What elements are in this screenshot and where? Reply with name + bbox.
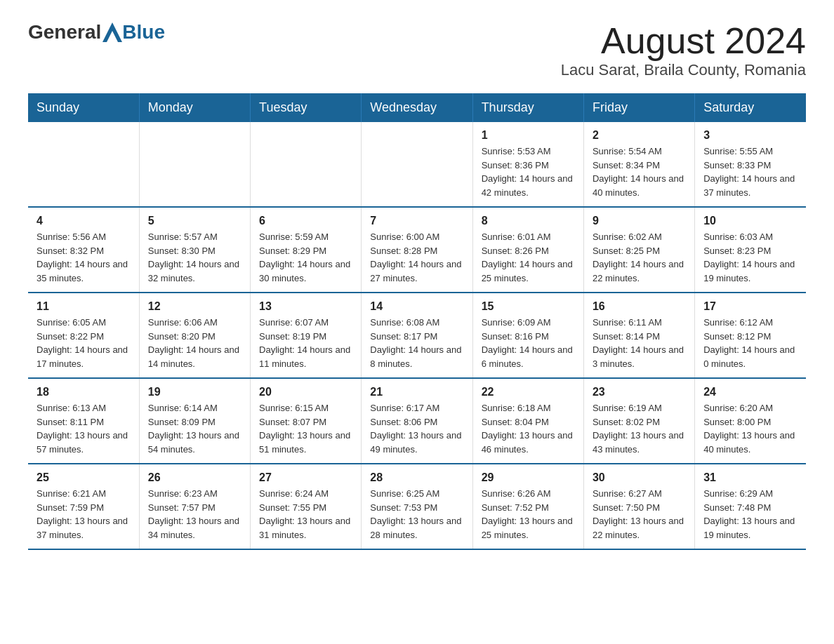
header-monday: Monday xyxy=(139,93,250,122)
calendar-cell: 9Sunrise: 6:02 AMSunset: 8:25 PMDaylight… xyxy=(583,207,694,293)
calendar-cell: 23Sunrise: 6:19 AMSunset: 8:02 PMDayligh… xyxy=(583,378,694,464)
day-info: Sunrise: 5:57 AMSunset: 8:30 PMDaylight:… xyxy=(148,230,241,285)
calendar-cell: 5Sunrise: 5:57 AMSunset: 8:30 PMDaylight… xyxy=(139,207,250,293)
day-info: Sunrise: 6:08 AMSunset: 8:17 PMDaylight:… xyxy=(370,316,463,370)
logo-general: General xyxy=(28,21,101,43)
calendar-cell: 31Sunrise: 6:29 AMSunset: 7:48 PMDayligh… xyxy=(695,464,806,549)
day-info: Sunrise: 6:02 AMSunset: 8:25 PMDaylight:… xyxy=(593,230,686,285)
calendar-cell: 26Sunrise: 6:23 AMSunset: 7:57 PMDayligh… xyxy=(139,464,250,549)
week-row-2: 4Sunrise: 5:56 AMSunset: 8:32 PMDaylight… xyxy=(28,207,806,293)
day-info: Sunrise: 6:03 AMSunset: 8:23 PMDaylight:… xyxy=(703,230,797,285)
header-thursday: Thursday xyxy=(472,93,583,122)
calendar-cell: 30Sunrise: 6:27 AMSunset: 7:50 PMDayligh… xyxy=(583,464,694,549)
day-number: 15 xyxy=(482,300,575,313)
day-number: 12 xyxy=(148,300,241,313)
day-number: 11 xyxy=(37,300,131,313)
day-info: Sunrise: 6:25 AMSunset: 7:53 PMDaylight:… xyxy=(370,487,463,542)
header-wednesday: Wednesday xyxy=(362,93,472,122)
calendar-cell: 14Sunrise: 6:08 AMSunset: 8:17 PMDayligh… xyxy=(362,293,472,378)
day-number: 22 xyxy=(482,386,575,398)
day-info: Sunrise: 5:53 AMSunset: 8:36 PMDaylight:… xyxy=(482,145,575,199)
day-info: Sunrise: 5:56 AMSunset: 8:32 PMDaylight:… xyxy=(37,230,131,285)
calendar-cell: 11Sunrise: 6:05 AMSunset: 8:22 PMDayligh… xyxy=(28,293,139,378)
header-tuesday: Tuesday xyxy=(251,93,362,122)
day-info: Sunrise: 6:24 AMSunset: 7:55 PMDaylight:… xyxy=(259,487,352,542)
calendar-cell xyxy=(139,122,250,207)
day-number: 18 xyxy=(37,386,131,398)
day-info: Sunrise: 5:59 AMSunset: 8:29 PMDaylight:… xyxy=(259,230,352,285)
calendar-cell: 25Sunrise: 6:21 AMSunset: 7:59 PMDayligh… xyxy=(28,464,139,549)
day-number: 13 xyxy=(259,300,352,313)
day-number: 17 xyxy=(703,300,797,313)
day-number: 21 xyxy=(370,386,463,398)
day-info: Sunrise: 6:00 AMSunset: 8:28 PMDaylight:… xyxy=(370,230,463,285)
calendar-cell: 10Sunrise: 6:03 AMSunset: 8:23 PMDayligh… xyxy=(695,207,806,293)
calendar-cell: 28Sunrise: 6:25 AMSunset: 7:53 PMDayligh… xyxy=(362,464,472,549)
calendar-title: August 2024 xyxy=(561,21,806,61)
day-info: Sunrise: 6:06 AMSunset: 8:20 PMDaylight:… xyxy=(148,316,241,370)
day-number: 28 xyxy=(370,471,463,484)
day-info: Sunrise: 6:01 AMSunset: 8:26 PMDaylight:… xyxy=(482,230,575,285)
day-number: 3 xyxy=(703,129,797,142)
day-number: 2 xyxy=(593,129,686,142)
day-info: Sunrise: 6:27 AMSunset: 7:50 PMDaylight:… xyxy=(593,487,686,542)
calendar-cell: 7Sunrise: 6:00 AMSunset: 8:28 PMDaylight… xyxy=(362,207,472,293)
day-info: Sunrise: 5:55 AMSunset: 8:33 PMDaylight:… xyxy=(703,145,797,199)
page-header: General Blue August 2024 Lacu Sarat, Bra… xyxy=(28,21,806,79)
day-number: 27 xyxy=(259,471,352,484)
calendar-cell: 17Sunrise: 6:12 AMSunset: 8:12 PMDayligh… xyxy=(695,293,806,378)
calendar-cell: 8Sunrise: 6:01 AMSunset: 8:26 PMDaylight… xyxy=(472,207,583,293)
calendar-cell: 4Sunrise: 5:56 AMSunset: 8:32 PMDaylight… xyxy=(28,207,139,293)
day-info: Sunrise: 6:09 AMSunset: 8:16 PMDaylight:… xyxy=(482,316,575,370)
day-info: Sunrise: 6:18 AMSunset: 8:04 PMDaylight:… xyxy=(482,401,575,456)
day-number: 6 xyxy=(259,215,352,227)
calendar-cell: 21Sunrise: 6:17 AMSunset: 8:06 PMDayligh… xyxy=(362,378,472,464)
day-info: Sunrise: 6:07 AMSunset: 8:19 PMDaylight:… xyxy=(259,316,352,370)
day-info: Sunrise: 6:26 AMSunset: 7:52 PMDaylight:… xyxy=(482,487,575,542)
calendar-header: SundayMondayTuesdayWednesdayThursdayFrid… xyxy=(28,93,806,122)
day-number: 14 xyxy=(370,300,463,313)
calendar-cell: 24Sunrise: 6:20 AMSunset: 8:00 PMDayligh… xyxy=(695,378,806,464)
calendar-title-block: August 2024 Lacu Sarat, Braila County, R… xyxy=(561,21,806,79)
logo-icon xyxy=(102,22,122,42)
calendar-cell: 2Sunrise: 5:54 AMSunset: 8:34 PMDaylight… xyxy=(583,122,694,207)
day-number: 31 xyxy=(703,471,797,484)
day-info: Sunrise: 6:21 AMSunset: 7:59 PMDaylight:… xyxy=(37,487,131,542)
calendar-cell: 13Sunrise: 6:07 AMSunset: 8:19 PMDayligh… xyxy=(251,293,362,378)
calendar-cell: 16Sunrise: 6:11 AMSunset: 8:14 PMDayligh… xyxy=(583,293,694,378)
days-of-week-row: SundayMondayTuesdayWednesdayThursdayFrid… xyxy=(28,93,806,122)
calendar-cell: 1Sunrise: 5:53 AMSunset: 8:36 PMDaylight… xyxy=(472,122,583,207)
day-number: 26 xyxy=(148,471,241,484)
calendar-cell: 18Sunrise: 6:13 AMSunset: 8:11 PMDayligh… xyxy=(28,378,139,464)
calendar-cell: 19Sunrise: 6:14 AMSunset: 8:09 PMDayligh… xyxy=(139,378,250,464)
calendar-cell: 3Sunrise: 5:55 AMSunset: 8:33 PMDaylight… xyxy=(695,122,806,207)
calendar-body: 1Sunrise: 5:53 AMSunset: 8:36 PMDaylight… xyxy=(28,122,806,549)
day-number: 25 xyxy=(37,471,131,484)
calendar-cell xyxy=(362,122,472,207)
day-info: Sunrise: 6:20 AMSunset: 8:00 PMDaylight:… xyxy=(703,401,797,456)
day-number: 4 xyxy=(37,215,131,227)
calendar-cell: 22Sunrise: 6:18 AMSunset: 8:04 PMDayligh… xyxy=(472,378,583,464)
calendar-cell: 6Sunrise: 5:59 AMSunset: 8:29 PMDaylight… xyxy=(251,207,362,293)
day-number: 9 xyxy=(593,215,686,227)
calendar-subtitle: Lacu Sarat, Braila County, Romania xyxy=(561,61,806,79)
header-sunday: Sunday xyxy=(28,93,139,122)
calendar-cell xyxy=(28,122,139,207)
day-number: 19 xyxy=(148,386,241,398)
day-info: Sunrise: 6:29 AMSunset: 7:48 PMDaylight:… xyxy=(703,487,797,542)
logo-blue: Blue xyxy=(122,21,165,43)
day-info: Sunrise: 6:17 AMSunset: 8:06 PMDaylight:… xyxy=(370,401,463,456)
week-row-3: 11Sunrise: 6:05 AMSunset: 8:22 PMDayligh… xyxy=(28,293,806,378)
calendar-cell: 12Sunrise: 6:06 AMSunset: 8:20 PMDayligh… xyxy=(139,293,250,378)
calendar-table: SundayMondayTuesdayWednesdayThursdayFrid… xyxy=(28,93,806,550)
day-info: Sunrise: 6:15 AMSunset: 8:07 PMDaylight:… xyxy=(259,401,352,456)
day-info: Sunrise: 6:11 AMSunset: 8:14 PMDaylight:… xyxy=(593,316,686,370)
day-info: Sunrise: 6:19 AMSunset: 8:02 PMDaylight:… xyxy=(593,401,686,456)
calendar-cell: 20Sunrise: 6:15 AMSunset: 8:07 PMDayligh… xyxy=(251,378,362,464)
week-row-4: 18Sunrise: 6:13 AMSunset: 8:11 PMDayligh… xyxy=(28,378,806,464)
day-info: Sunrise: 5:54 AMSunset: 8:34 PMDaylight:… xyxy=(593,145,686,199)
day-info: Sunrise: 6:05 AMSunset: 8:22 PMDaylight:… xyxy=(37,316,131,370)
day-number: 29 xyxy=(482,471,575,484)
day-info: Sunrise: 6:14 AMSunset: 8:09 PMDaylight:… xyxy=(148,401,241,456)
week-row-1: 1Sunrise: 5:53 AMSunset: 8:36 PMDaylight… xyxy=(28,122,806,207)
